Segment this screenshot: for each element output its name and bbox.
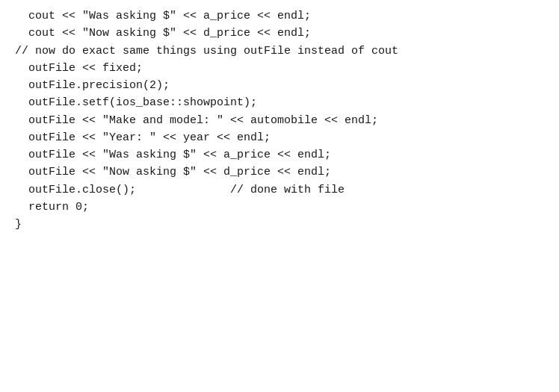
code-line-9: outFile << "Make and model: " << automob… — [15, 112, 559, 129]
code-line-1: cout << "Was asking $" << a_price << end… — [15, 7, 559, 25]
code-line-15: return 0; — [15, 199, 559, 216]
code-line-6: outFile << fixed; — [15, 60, 559, 77]
code-line-14: outFile.close(); // done with file — [15, 181, 559, 199]
code-line-16: } — [15, 216, 559, 233]
code-line-12: outFile << "Now asking $" << d_price << … — [15, 164, 559, 181]
code-line-2: cout << "Now asking $" << d_price << end… — [15, 25, 559, 42]
code-line-10: outFile << "Year: " << year << endl; — [15, 129, 559, 146]
code-line-7: outFile.precision(2); — [15, 77, 559, 94]
code-line-4: // now do exact same things using outFil… — [15, 43, 559, 60]
code-line-8: outFile.setf(ios_base::showpoint); — [15, 94, 559, 111]
code-editor: cout << "Was asking $" << a_price << end… — [0, 0, 559, 392]
code-line-11: outFile << "Was asking $" << a_price << … — [15, 146, 559, 164]
